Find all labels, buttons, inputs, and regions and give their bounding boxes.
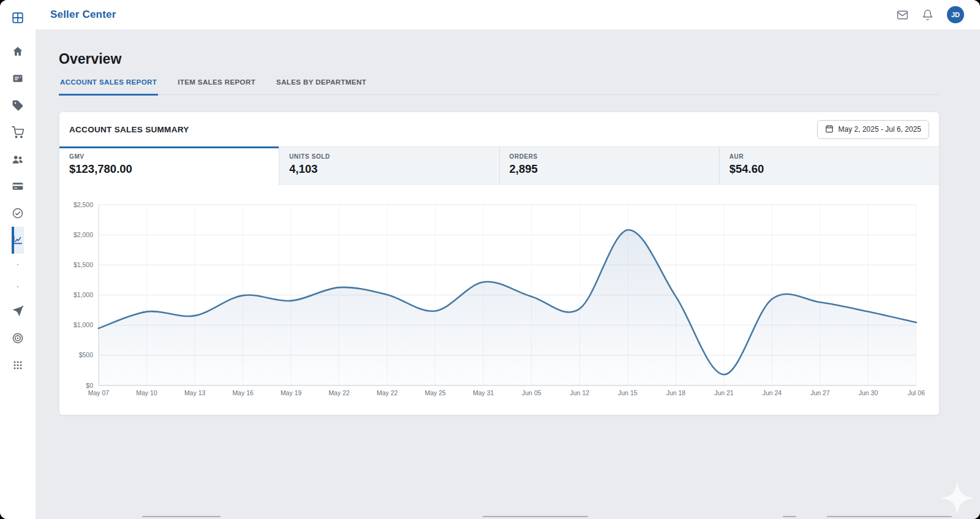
chart-icon bbox=[12, 234, 24, 246]
svg-text:Jun 27: Jun 27 bbox=[810, 389, 830, 396]
stat-label: ORDERS bbox=[510, 153, 709, 160]
svg-text:Jul 06: Jul 06 bbox=[908, 389, 925, 396]
tab-item-sales-report[interactable]: ITEM SALES REPORT bbox=[176, 78, 257, 96]
card-title: ACCOUNT SALES SUMMARY bbox=[69, 125, 189, 134]
sidebar-item-apps[interactable] bbox=[12, 352, 24, 379]
home-icon bbox=[12, 45, 24, 58]
svg-text:May 10: May 10 bbox=[136, 389, 157, 396]
svg-text:Jun 30: Jun 30 bbox=[859, 389, 878, 396]
svg-text:$1,000: $1,000 bbox=[74, 321, 93, 328]
rocket-icon bbox=[12, 305, 24, 317]
sidebar-item-dot-9[interactable] bbox=[12, 276, 24, 298]
dot-icon bbox=[12, 259, 24, 271]
page-title: Overview bbox=[59, 51, 121, 67]
svg-text:May 13: May 13 bbox=[184, 389, 206, 396]
stat-units-sold[interactable]: UNITS SOLD4,103 bbox=[279, 147, 499, 185]
app-title: Seller Center bbox=[50, 9, 116, 21]
svg-text:Jun 21: Jun 21 bbox=[714, 389, 734, 396]
stat-value: $54.60 bbox=[729, 162, 929, 176]
tag-icon bbox=[12, 99, 24, 112]
target-icon bbox=[12, 332, 24, 344]
sidebar-item-credit-card[interactable] bbox=[12, 173, 24, 200]
dot-icon bbox=[12, 281, 24, 293]
sidebar-item-home[interactable] bbox=[12, 38, 24, 65]
bottom-edge-artifact bbox=[483, 516, 588, 517]
svg-text:$500: $500 bbox=[79, 351, 94, 358]
svg-text:May 16: May 16 bbox=[232, 389, 254, 396]
users-icon bbox=[12, 153, 24, 165]
card-header: ACCOUNT SALES SUMMARY May 2, 2025 - Jul … bbox=[59, 112, 939, 146]
sidebar-item-cart[interactable] bbox=[12, 119, 24, 146]
check-circle-icon bbox=[12, 207, 24, 219]
svg-text:$1,000: $1,000 bbox=[74, 291, 93, 298]
sidebar-item-tag[interactable] bbox=[12, 92, 24, 119]
sidebar-item-users[interactable] bbox=[12, 146, 24, 173]
stat-value: 4,103 bbox=[289, 162, 489, 176]
svg-text:May 31: May 31 bbox=[473, 389, 494, 396]
sidebar bbox=[0, 0, 36, 519]
svg-text:Jun 12: Jun 12 bbox=[570, 389, 590, 396]
stat-label: GMV bbox=[69, 153, 269, 160]
svg-text:Jun 05: Jun 05 bbox=[522, 389, 541, 396]
stat-value: 2,895 bbox=[510, 162, 709, 176]
svg-text:$2,000: $2,000 bbox=[74, 231, 93, 238]
stats-row: GMV$123,780.00UNITS SOLD4,103ORDERS2,895… bbox=[59, 146, 939, 185]
gmv-trend-chart: $2,500$2,000$1,500$1,000$1,000$500$0May … bbox=[59, 191, 939, 406]
tab-sales-by-department[interactable]: SALES BY DEPARTMENT bbox=[275, 78, 368, 96]
sparkle-decoration bbox=[940, 481, 974, 515]
stat-gmv[interactable]: GMV$123,780.00 bbox=[59, 147, 279, 185]
sidebar-item-check-circle[interactable] bbox=[12, 200, 24, 227]
cart-icon bbox=[12, 126, 24, 138]
svg-text:Jun 18: Jun 18 bbox=[666, 389, 686, 396]
date-range-picker[interactable]: May 2, 2025 - Jul 6, 2025 bbox=[817, 120, 929, 139]
top-bar: Seller Center JD bbox=[36, 0, 980, 30]
date-range-label: May 2, 2025 - Jul 6, 2025 bbox=[839, 125, 921, 134]
stat-orders[interactable]: ORDERS2,895 bbox=[499, 147, 719, 185]
avatar[interactable]: JD bbox=[947, 6, 964, 23]
bell-icon[interactable] bbox=[922, 9, 933, 21]
svg-text:$2,500: $2,500 bbox=[74, 201, 93, 208]
sidebar-item-target[interactable] bbox=[12, 325, 24, 352]
svg-text:May 19: May 19 bbox=[281, 389, 302, 396]
app-window: Seller Center JD Overview ACCOUNT SALES … bbox=[0, 0, 980, 519]
svg-text:$1,500: $1,500 bbox=[74, 261, 93, 268]
calendar-icon bbox=[825, 124, 834, 135]
stat-label: AUR bbox=[729, 153, 929, 160]
stat-value: $123,780.00 bbox=[69, 162, 269, 176]
svg-text:May 22: May 22 bbox=[377, 389, 398, 396]
account-sales-summary-card: ACCOUNT SALES SUMMARY May 2, 2025 - Jul … bbox=[59, 112, 940, 415]
sidebar-item-rocket[interactable] bbox=[12, 298, 24, 325]
svg-text:$0: $0 bbox=[86, 382, 93, 389]
form-icon bbox=[12, 72, 24, 85]
svg-text:Jun 24: Jun 24 bbox=[763, 389, 782, 396]
main-content: Overview ACCOUNT SALES REPORTITEM SALES … bbox=[36, 29, 980, 519]
stat-aur[interactable]: AUR$54.60 bbox=[719, 147, 939, 185]
tab-account-sales-report[interactable]: ACCOUNT SALES REPORT bbox=[59, 78, 158, 96]
bottom-edge-artifact bbox=[827, 516, 952, 517]
stat-label: UNITS SOLD bbox=[289, 153, 489, 160]
svg-text:May 07: May 07 bbox=[88, 389, 110, 396]
apps-icon bbox=[12, 359, 24, 371]
svg-text:Jun 15: Jun 15 bbox=[618, 389, 638, 396]
credit-card-icon bbox=[12, 180, 24, 192]
report-tabs: ACCOUNT SALES REPORTITEM SALES REPORTSAL… bbox=[59, 78, 938, 95]
mail-icon[interactable] bbox=[897, 9, 908, 21]
grid-logo-icon bbox=[11, 11, 24, 27]
top-bar-actions: JD bbox=[897, 6, 964, 23]
bottom-edge-artifact bbox=[783, 516, 796, 517]
bottom-edge-artifact bbox=[142, 516, 221, 517]
app-logo[interactable] bbox=[0, 0, 36, 38]
sidebar-item-form[interactable] bbox=[12, 65, 24, 92]
sidebar-item-dot-8[interactable] bbox=[12, 254, 24, 276]
svg-text:May 25: May 25 bbox=[424, 389, 446, 396]
sidebar-item-chart[interactable] bbox=[12, 227, 24, 254]
svg-text:May 22: May 22 bbox=[328, 389, 350, 396]
